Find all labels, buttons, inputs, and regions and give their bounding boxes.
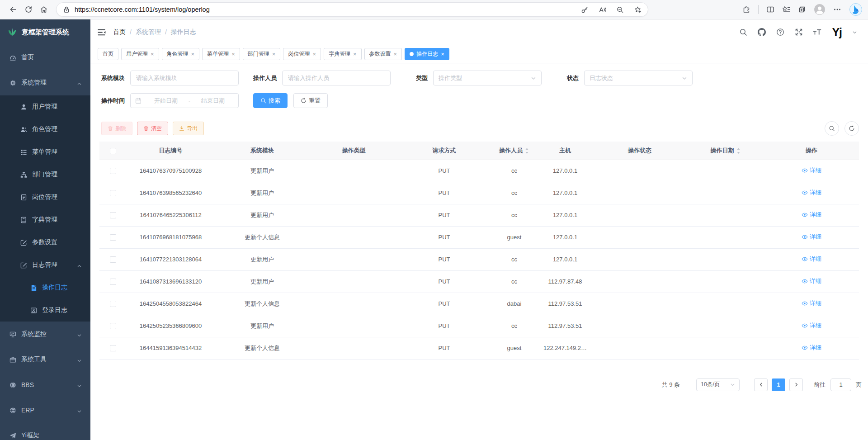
prev-page-button[interactable] (754, 378, 768, 391)
detail-link[interactable]: 详细 (802, 255, 821, 263)
refresh-table-button[interactable] (844, 121, 859, 136)
sidebar-item-system-mgmt[interactable]: 系统管理 (0, 70, 90, 95)
module-input[interactable] (130, 71, 239, 85)
tab-dept-mgmt[interactable]: 部门管理× (243, 48, 281, 60)
operator-input[interactable] (282, 71, 391, 85)
next-page-button[interactable] (789, 378, 803, 391)
date-range-picker[interactable]: 开始日期 - 结束日期 (130, 93, 239, 108)
sidebar-item-role-mgmt[interactable]: 角色管理 (0, 118, 90, 141)
tab-role-mgmt[interactable]: 角色管理× (162, 48, 200, 60)
tab-post-mgmt[interactable]: 岗位管理× (283, 48, 321, 60)
status-select[interactable]: 日志状态 (584, 71, 693, 85)
collections-icon[interactable] (798, 5, 806, 14)
clear-button[interactable]: 清空 (137, 122, 168, 135)
favorites-icon[interactable] (782, 5, 790, 14)
export-button[interactable]: 导出 (173, 122, 204, 135)
detail-link[interactable]: 详细 (802, 344, 821, 352)
fullscreen-icon[interactable] (795, 28, 803, 36)
table-tools (825, 121, 859, 136)
sidebar-item-system-tools[interactable]: 系统工具 (0, 347, 90, 372)
tab-close-icon[interactable]: × (272, 51, 276, 57)
reset-button[interactable]: 重置 (293, 93, 328, 108)
tab-user-mgmt[interactable]: 用户管理× (121, 48, 159, 60)
breadcrumb-home[interactable]: 首页 (113, 28, 126, 36)
sidebar-item-menu-mgmt[interactable]: 菜单管理 (0, 141, 90, 163)
table-row: 1641076398565232640更新用户PUTcc127.0.0.1详细 (99, 182, 859, 204)
tab-close-icon[interactable]: × (231, 51, 235, 57)
tab-close-icon[interactable]: × (441, 51, 444, 57)
row-checkbox[interactable] (110, 234, 116, 241)
tab-dict-mgmt[interactable]: 字典管理× (324, 48, 362, 60)
detail-link[interactable]: 详细 (802, 299, 821, 308)
detail-link[interactable]: 详细 (802, 211, 821, 219)
profile-avatar[interactable] (814, 4, 826, 15)
browser-refresh-button[interactable] (21, 2, 36, 17)
detail-link[interactable]: 详细 (802, 166, 821, 175)
type-select[interactable]: 操作类型 (433, 71, 542, 85)
sidebar-collapse-icon[interactable] (97, 28, 106, 37)
row-checkbox[interactable] (110, 279, 116, 285)
show-search-button[interactable] (825, 121, 839, 136)
user-avatar[interactable]: Yj (832, 27, 842, 38)
tab-menu-mgmt[interactable]: 菜单管理× (202, 48, 240, 60)
add-favorite-icon[interactable] (634, 6, 642, 14)
address-bar[interactable]: https://ccnetcore.com:1101/system/log/op… (56, 2, 648, 17)
detail-link[interactable]: 详细 (802, 322, 821, 330)
split-screen-icon[interactable] (766, 5, 774, 14)
search-icon[interactable] (739, 28, 747, 36)
sidebar-item-login-log[interactable]: 登录日志 (0, 299, 90, 322)
sidebar-item-post-mgmt[interactable]: 岗位管理 (0, 186, 90, 208)
row-checkbox[interactable] (110, 212, 116, 218)
more-menu-icon[interactable] (833, 5, 841, 14)
table-row: 1641087313696133120更新用户PUTcc112.97.87.48… (99, 270, 859, 293)
page-size-select[interactable]: 10条/页 (696, 378, 740, 391)
sidebar-item-oper-log[interactable]: 操作日志 (0, 276, 90, 299)
row-checkbox[interactable] (110, 168, 116, 174)
read-aloud-icon[interactable] (599, 6, 606, 14)
password-key-icon[interactable] (581, 6, 589, 14)
font-size-icon[interactable] (813, 28, 821, 36)
search-button[interactable]: 搜索 (253, 93, 288, 108)
page-number-1[interactable]: 1 (772, 378, 785, 391)
sidebar-item-param-settings[interactable]: 参数设置 (0, 231, 90, 254)
tab-param-settings[interactable]: 参数设置× (364, 48, 402, 60)
detail-link[interactable]: 详细 (802, 189, 821, 197)
extensions-icon[interactable] (742, 5, 750, 14)
monitor-icon (9, 331, 16, 338)
tab-oper-log[interactable]: 操作日志× (405, 48, 449, 60)
goto-page-input[interactable] (830, 378, 851, 391)
github-icon[interactable] (758, 28, 766, 36)
tab-close-icon[interactable]: × (394, 51, 397, 57)
sidebar-item-bbs[interactable]: BBS (0, 372, 90, 397)
tab-close-icon[interactable]: × (353, 51, 357, 57)
row-checkbox[interactable] (110, 345, 116, 351)
tab-close-icon[interactable]: × (151, 51, 154, 57)
sidebar-item-dict-mgmt[interactable]: 字典管理 (0, 208, 90, 231)
tab-close-icon[interactable]: × (312, 51, 316, 57)
sidebar-item-erp[interactable]: ERP (0, 397, 90, 423)
tab-close-icon[interactable]: × (191, 51, 195, 57)
row-checkbox[interactable] (110, 323, 116, 329)
sidebar-item-log-mgmt[interactable]: 日志管理 (0, 254, 90, 276)
user-menu-caret-icon[interactable] (852, 30, 857, 35)
sidebar-item-home[interactable]: 首页 (0, 45, 90, 70)
bing-chat-icon[interactable] (849, 3, 863, 16)
sidebar-item-yi-framework[interactable]: Yi框架 (0, 423, 90, 440)
row-checkbox[interactable] (110, 190, 116, 196)
row-checkbox[interactable] (110, 301, 116, 307)
sidebar-item-dept-mgmt[interactable]: 部门管理 (0, 163, 90, 186)
detail-link[interactable]: 详细 (802, 233, 821, 241)
sidebar-item-system-monitor[interactable]: 系统监控 (0, 322, 90, 347)
detail-link[interactable]: 详细 (802, 277, 821, 285)
tab-home[interactable]: 首页 (98, 48, 118, 60)
row-checkbox[interactable] (110, 256, 116, 263)
browser-home-button[interactable] (36, 2, 52, 17)
help-icon[interactable] (776, 28, 784, 36)
browser-back-button[interactable] (5, 2, 21, 17)
sort-icon[interactable] (524, 147, 529, 155)
delete-button[interactable]: 删除 (101, 122, 132, 135)
select-all-checkbox[interactable] (110, 148, 116, 154)
zoom-out-icon[interactable] (616, 6, 624, 14)
sort-icon[interactable] (736, 147, 741, 155)
sidebar-item-user-mgmt[interactable]: 用户管理 (0, 95, 90, 118)
